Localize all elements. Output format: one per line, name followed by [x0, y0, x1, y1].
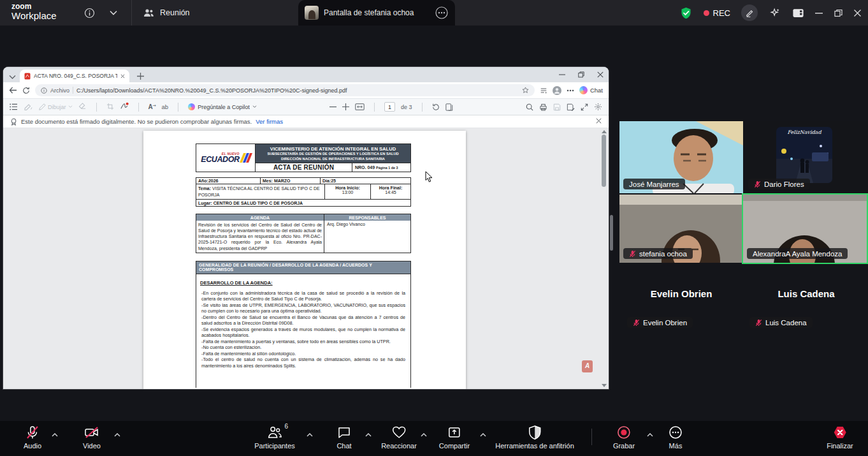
participants-options-chevron[interactable] [305, 430, 315, 440]
search-icon[interactable] [526, 103, 533, 111]
ask-copilot-label: Pregúntale a Copilot [198, 104, 250, 110]
record-button[interactable]: Grabar [613, 425, 635, 450]
pdf-document-area[interactable]: EL NUEVO ECUADOR VICEMINISTERIO DE ATENC… [3, 128, 609, 389]
video-tile-dario[interactable]: FelizNavidad Dario Flores [744, 121, 868, 193]
acrobat-floating-icon[interactable]: A [582, 360, 593, 372]
new-tab-icon[interactable] [137, 71, 144, 82]
development-section: DESARROLLO DE LA AGENDA: -En conjunto co… [196, 274, 411, 388]
dario-name-label: Dario Flores [764, 180, 804, 188]
page-total-label: de 3 [401, 104, 412, 110]
read-aloud-icon[interactable]: A⤑ [148, 103, 156, 110]
react-button[interactable]: Reaccionar [381, 425, 417, 450]
add-text-icon[interactable]: ab [162, 103, 169, 110]
security-shield-icon[interactable] [679, 6, 693, 20]
print-icon[interactable] [539, 103, 547, 111]
chat-button[interactable]: Chat [336, 425, 352, 450]
pdf-scrollbar[interactable] [600, 128, 608, 389]
chat-label: Chat [336, 442, 351, 450]
browser-close-icon[interactable] [597, 71, 604, 78]
browser-tab-pdf[interactable]: ACTA NRO. 049_C.S. POSORJA TIP [20, 70, 129, 82]
jose-name-label: José Manjarres [629, 180, 679, 188]
host-tools-button[interactable]: Herramientas de anfitrión [495, 425, 574, 450]
draw-pen-icon [38, 103, 46, 111]
logo-line2: ECUADOR [201, 156, 239, 164]
fullscreen-icon[interactable] [581, 103, 588, 111]
acta-meta-table: Año:2026 Mes: MARZO Día:25 Tema: VISITA … [196, 177, 411, 207]
profile-avatar[interactable] [553, 86, 561, 95]
copilot-chat-button[interactable]: Chat [579, 86, 603, 94]
highlight-tool-icon[interactable] [24, 103, 33, 112]
topbar-chevron-down-icon[interactable] [107, 6, 120, 19]
erase-tool-icon[interactable] [78, 103, 87, 111]
annotate-button[interactable] [741, 4, 758, 21]
zoom-top-bar: zoom Workplace Reunión Pantalla de stefa… [0, 0, 868, 26]
scroll-down-icon[interactable] [602, 384, 607, 387]
audio-tile-evelin[interactable]: Evelin Obrien Evelin Obrien [619, 264, 743, 341]
window-close-icon[interactable] [853, 9, 862, 17]
signature-tool-icon[interactable] [120, 102, 129, 112]
crop-tool-icon[interactable] [106, 103, 114, 112]
view-layout-icon[interactable] [792, 8, 804, 18]
url-field[interactable]: Archivo C:/Users/lapto/Downloads/ACTA%20… [35, 84, 535, 96]
ask-copilot-button[interactable]: Pregúntale a Copilot [188, 103, 257, 110]
settings-gear-icon[interactable] [594, 103, 602, 111]
rotate-icon[interactable] [432, 103, 440, 111]
tab-meeting[interactable]: Reunión [131, 0, 293, 26]
browser-minimize-icon[interactable] [559, 71, 565, 78]
back-icon[interactable] [9, 87, 17, 94]
window-restore-icon[interactable] [834, 9, 843, 17]
zoom-out-icon[interactable] [329, 103, 336, 110]
muted-mic-icon [754, 180, 761, 188]
record-options-chevron[interactable] [645, 430, 655, 440]
strip-scrollbar[interactable] [610, 215, 613, 251]
browser-restore-icon[interactable] [578, 71, 584, 78]
end-meeting-button[interactable]: Finalizar [827, 425, 853, 450]
file-info-icon[interactable] [41, 87, 47, 94]
fit-width-icon[interactable] [355, 103, 365, 110]
luis-name-label: Luis Cadena [765, 319, 807, 327]
toc-menu-icon[interactable] [10, 103, 18, 110]
react-options-chevron[interactable] [419, 430, 429, 440]
pdf-scrollbar-thumb[interactable] [602, 135, 606, 187]
favorite-star-icon[interactable] [522, 87, 529, 94]
window-minimize-icon[interactable] [815, 9, 823, 17]
video-tile-stefania[interactable]: stefania ochoa [619, 195, 743, 263]
share-options-chevron[interactable] [478, 430, 488, 440]
tab-screen-share[interactable]: Pantalla de stefania ochoa [298, 0, 455, 26]
acta-header-table: EL NUEVO ECUADOR VICEMINISTERIO DE ATENC… [196, 143, 411, 172]
page-view-icon[interactable] [445, 103, 453, 111]
ministry-header: VICEMINISTERIO DE ATENCIÓN INTEGRAL EN S… [256, 144, 410, 163]
page-number-input[interactable]: 1 [384, 102, 395, 112]
video-tile-jose[interactable]: José Manjarres [619, 121, 743, 193]
scroll-up-icon[interactable] [602, 130, 607, 133]
participants-button[interactable]: 6 Participantes [254, 425, 295, 450]
audio-options-chevron[interactable] [50, 430, 60, 440]
meeting-info-icon[interactable] [83, 6, 96, 19]
audio-tile-luis[interactable]: Luis Cadena Luis Cadena [744, 264, 868, 341]
tab-close-icon[interactable] [120, 74, 125, 78]
audio-button[interactable]: Audio [24, 425, 41, 450]
save-icon[interactable] [553, 103, 561, 111]
browser-menu-icon[interactable] [567, 89, 574, 92]
video-options-chevron[interactable] [112, 430, 122, 440]
camera-muted-icon [83, 425, 100, 440]
muted-mic-icon [755, 319, 762, 327]
favorites-bar-icon[interactable] [540, 87, 547, 94]
ecuador-logo: EL NUEVO ECUADOR [196, 144, 256, 172]
notification-close-icon[interactable] [596, 118, 602, 125]
save-as-icon[interactable] [567, 103, 575, 111]
share-button[interactable]: Compartir [439, 425, 470, 450]
more-button[interactable]: Más [668, 425, 683, 450]
video-tile-alexandra-active-speaker[interactable]: AlexandraA Ayala Mendoza [742, 193, 868, 264]
browser-tab-title: ACTA NRO. 049_C.S. POSORJA TIP [34, 73, 117, 79]
draw-tool-button[interactable]: Dibujar [38, 103, 73, 111]
tab-options-ellipsis-icon[interactable] [435, 6, 449, 20]
ai-companion-icon[interactable] [769, 6, 781, 19]
video-button[interactable]: Video [83, 425, 101, 450]
tab-search-chevron-icon[interactable] [9, 71, 16, 82]
zoom-in-icon[interactable] [342, 103, 349, 110]
chat-options-chevron[interactable] [363, 430, 373, 440]
muted-mic-icon [629, 250, 636, 258]
refresh-icon[interactable] [22, 87, 30, 94]
ver-firmas-link[interactable]: Ver firmas [256, 118, 283, 125]
